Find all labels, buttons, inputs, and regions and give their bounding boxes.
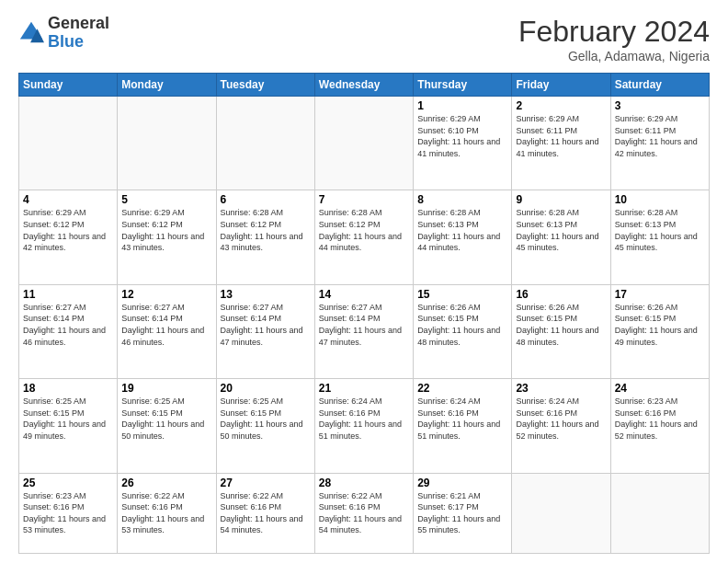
day-info: Sunrise: 6:28 AM Sunset: 6:13 PM Dayligh… bbox=[615, 207, 705, 253]
calendar-cell: 3Sunrise: 6:29 AM Sunset: 6:11 PM Daylig… bbox=[610, 97, 709, 190]
calendar-cell bbox=[610, 473, 709, 553]
calendar-cell: 28Sunrise: 6:22 AM Sunset: 6:16 PM Dayli… bbox=[314, 473, 413, 553]
day-info: Sunrise: 6:27 AM Sunset: 6:14 PM Dayligh… bbox=[319, 302, 409, 348]
calendar-cell: 12Sunrise: 6:27 AM Sunset: 6:14 PM Dayli… bbox=[118, 284, 216, 378]
calendar-cell: 7Sunrise: 6:28 AM Sunset: 6:12 PM Daylig… bbox=[314, 190, 413, 284]
calendar-cell: 9Sunrise: 6:28 AM Sunset: 6:13 PM Daylig… bbox=[512, 190, 610, 284]
day-info: Sunrise: 6:23 AM Sunset: 6:16 PM Dayligh… bbox=[23, 490, 113, 536]
week-row-3: 11Sunrise: 6:27 AM Sunset: 6:14 PM Dayli… bbox=[19, 284, 710, 378]
calendar-cell: 21Sunrise: 6:24 AM Sunset: 6:16 PM Dayli… bbox=[314, 379, 413, 473]
day-info: Sunrise: 6:27 AM Sunset: 6:14 PM Dayligh… bbox=[121, 302, 211, 348]
day-info: Sunrise: 6:24 AM Sunset: 6:16 PM Dayligh… bbox=[319, 396, 409, 442]
day-number: 26 bbox=[121, 477, 211, 489]
day-info: Sunrise: 6:22 AM Sunset: 6:16 PM Dayligh… bbox=[221, 490, 311, 536]
day-number: 22 bbox=[417, 382, 507, 395]
day-number: 16 bbox=[516, 288, 606, 301]
day-info: Sunrise: 6:29 AM Sunset: 6:12 PM Dayligh… bbox=[23, 207, 113, 253]
calendar-cell bbox=[216, 97, 314, 190]
day-number: 29 bbox=[417, 477, 507, 489]
day-info: Sunrise: 6:29 AM Sunset: 6:12 PM Dayligh… bbox=[121, 207, 211, 253]
calendar-cell bbox=[118, 97, 216, 190]
day-info: Sunrise: 6:28 AM Sunset: 6:13 PM Dayligh… bbox=[417, 207, 507, 253]
title-block: February 2024 Gella, Adamawa, Nigeria bbox=[518, 15, 710, 63]
day-number: 9 bbox=[516, 193, 606, 206]
day-info: Sunrise: 6:29 AM Sunset: 6:11 PM Dayligh… bbox=[615, 113, 705, 159]
day-number: 12 bbox=[121, 288, 211, 301]
day-number: 25 bbox=[23, 477, 113, 489]
day-info: Sunrise: 6:28 AM Sunset: 6:12 PM Dayligh… bbox=[319, 207, 409, 253]
day-info: Sunrise: 6:28 AM Sunset: 6:13 PM Dayligh… bbox=[516, 207, 606, 253]
col-header-sunday: Sunday bbox=[19, 74, 118, 97]
calendar-cell: 19Sunrise: 6:25 AM Sunset: 6:15 PM Dayli… bbox=[118, 379, 216, 473]
logo-general-text: General bbox=[48, 15, 109, 33]
day-info: Sunrise: 6:29 AM Sunset: 6:11 PM Dayligh… bbox=[516, 113, 606, 159]
day-number: 17 bbox=[615, 288, 705, 301]
day-number: 28 bbox=[319, 477, 409, 489]
calendar-header-row: SundayMondayTuesdayWednesdayThursdayFrid… bbox=[19, 74, 710, 97]
day-info: Sunrise: 6:26 AM Sunset: 6:15 PM Dayligh… bbox=[516, 302, 606, 348]
col-header-monday: Monday bbox=[118, 74, 216, 97]
calendar-cell: 6Sunrise: 6:28 AM Sunset: 6:12 PM Daylig… bbox=[216, 190, 314, 284]
day-info: Sunrise: 6:25 AM Sunset: 6:15 PM Dayligh… bbox=[121, 396, 211, 442]
day-number: 4 bbox=[23, 193, 113, 206]
day-info: Sunrise: 6:24 AM Sunset: 6:16 PM Dayligh… bbox=[417, 396, 507, 442]
calendar-cell: 18Sunrise: 6:25 AM Sunset: 6:15 PM Dayli… bbox=[19, 379, 118, 473]
calendar-cell: 27Sunrise: 6:22 AM Sunset: 6:16 PM Dayli… bbox=[216, 473, 314, 553]
calendar-title: February 2024 bbox=[518, 15, 710, 49]
day-number: 19 bbox=[121, 382, 211, 395]
day-number: 6 bbox=[221, 193, 311, 206]
calendar-cell bbox=[19, 97, 118, 190]
week-row-1: 1Sunrise: 6:29 AM Sunset: 6:10 PM Daylig… bbox=[19, 97, 710, 190]
calendar-cell: 24Sunrise: 6:23 AM Sunset: 6:16 PM Dayli… bbox=[610, 379, 709, 473]
day-number: 23 bbox=[516, 382, 606, 395]
day-info: Sunrise: 6:26 AM Sunset: 6:15 PM Dayligh… bbox=[417, 302, 507, 348]
week-row-2: 4Sunrise: 6:29 AM Sunset: 6:12 PM Daylig… bbox=[19, 190, 710, 284]
calendar-cell bbox=[512, 473, 610, 553]
col-header-friday: Friday bbox=[512, 74, 610, 97]
logo-blue-text: Blue bbox=[48, 33, 109, 52]
col-header-thursday: Thursday bbox=[414, 74, 512, 97]
day-info: Sunrise: 6:26 AM Sunset: 6:15 PM Dayligh… bbox=[615, 302, 705, 348]
calendar-cell: 26Sunrise: 6:22 AM Sunset: 6:16 PM Dayli… bbox=[118, 473, 216, 553]
day-info: Sunrise: 6:25 AM Sunset: 6:15 PM Dayligh… bbox=[23, 396, 113, 442]
calendar-cell: 2Sunrise: 6:29 AM Sunset: 6:11 PM Daylig… bbox=[512, 97, 610, 190]
page: General Blue February 2024 Gella, Adamaw… bbox=[0, 0, 728, 563]
day-number: 18 bbox=[23, 382, 113, 395]
calendar-cell: 11Sunrise: 6:27 AM Sunset: 6:14 PM Dayli… bbox=[19, 284, 118, 378]
day-number: 2 bbox=[516, 99, 606, 112]
col-header-wednesday: Wednesday bbox=[314, 74, 413, 97]
day-number: 21 bbox=[319, 382, 409, 395]
calendar-cell: 23Sunrise: 6:24 AM Sunset: 6:16 PM Dayli… bbox=[512, 379, 610, 473]
day-number: 10 bbox=[615, 193, 705, 206]
day-number: 7 bbox=[319, 193, 409, 206]
day-number: 11 bbox=[23, 288, 113, 301]
calendar-cell: 17Sunrise: 6:26 AM Sunset: 6:15 PM Dayli… bbox=[610, 284, 709, 378]
day-info: Sunrise: 6:27 AM Sunset: 6:14 PM Dayligh… bbox=[221, 302, 311, 348]
calendar-table: SundayMondayTuesdayWednesdayThursdayFrid… bbox=[18, 73, 710, 554]
logo-text: General Blue bbox=[48, 15, 109, 52]
calendar-cell: 20Sunrise: 6:25 AM Sunset: 6:15 PM Dayli… bbox=[216, 379, 314, 473]
week-row-5: 25Sunrise: 6:23 AM Sunset: 6:16 PM Dayli… bbox=[19, 473, 710, 553]
day-info: Sunrise: 6:22 AM Sunset: 6:16 PM Dayligh… bbox=[121, 490, 211, 536]
day-number: 3 bbox=[615, 99, 705, 112]
day-number: 15 bbox=[417, 288, 507, 301]
calendar-cell bbox=[314, 97, 413, 190]
day-number: 20 bbox=[221, 382, 311, 395]
calendar-cell: 14Sunrise: 6:27 AM Sunset: 6:14 PM Dayli… bbox=[314, 284, 413, 378]
calendar-location: Gella, Adamawa, Nigeria bbox=[518, 49, 710, 63]
day-info: Sunrise: 6:29 AM Sunset: 6:10 PM Dayligh… bbox=[417, 113, 507, 159]
header: General Blue February 2024 Gella, Adamaw… bbox=[18, 15, 710, 63]
calendar-cell: 5Sunrise: 6:29 AM Sunset: 6:12 PM Daylig… bbox=[118, 190, 216, 284]
day-info: Sunrise: 6:24 AM Sunset: 6:16 PM Dayligh… bbox=[516, 396, 606, 442]
calendar-cell: 25Sunrise: 6:23 AM Sunset: 6:16 PM Dayli… bbox=[19, 473, 118, 553]
day-info: Sunrise: 6:28 AM Sunset: 6:12 PM Dayligh… bbox=[221, 207, 311, 253]
calendar-cell: 4Sunrise: 6:29 AM Sunset: 6:12 PM Daylig… bbox=[19, 190, 118, 284]
week-row-4: 18Sunrise: 6:25 AM Sunset: 6:15 PM Dayli… bbox=[19, 379, 710, 473]
day-number: 24 bbox=[615, 382, 705, 395]
day-info: Sunrise: 6:21 AM Sunset: 6:17 PM Dayligh… bbox=[417, 490, 507, 536]
calendar-cell: 29Sunrise: 6:21 AM Sunset: 6:17 PM Dayli… bbox=[414, 473, 512, 553]
calendar-cell: 22Sunrise: 6:24 AM Sunset: 6:16 PM Dayli… bbox=[414, 379, 512, 473]
logo-icon bbox=[18, 20, 44, 46]
calendar-cell: 10Sunrise: 6:28 AM Sunset: 6:13 PM Dayli… bbox=[610, 190, 709, 284]
calendar-cell: 13Sunrise: 6:27 AM Sunset: 6:14 PM Dayli… bbox=[216, 284, 314, 378]
